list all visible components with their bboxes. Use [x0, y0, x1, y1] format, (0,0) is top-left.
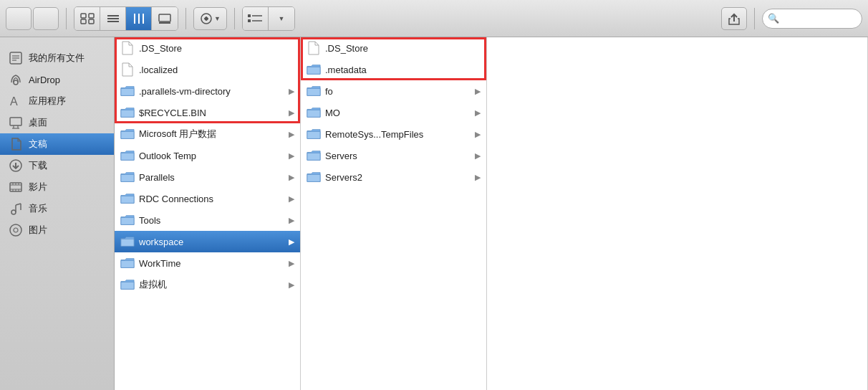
file-item-microsoft[interactable]: Microsoft 用户数据▶	[115, 123, 300, 145]
file-item-workspace[interactable]: workspace▶	[115, 231, 300, 252]
fo-name: fo	[325, 86, 471, 97]
rdc-chevron: ▶	[289, 194, 294, 204]
sidebar-item-airdrop[interactable]: AirDrop	[0, 69, 114, 90]
file-item-parallels[interactable]: .parallels-vm-directory▶	[115, 80, 300, 102]
parallels2-icon	[120, 170, 135, 184]
servers2-icon	[307, 170, 321, 184]
ds-store-1-name: .DS_Store	[139, 43, 294, 54]
sidebar-item-music[interactable]: 音乐	[0, 198, 114, 219]
parallels-icon	[120, 84, 135, 98]
documents-icon	[9, 137, 23, 151]
share-button[interactable]	[721, 7, 747, 30]
file-item-outlook[interactable]: Outlook Temp▶	[115, 145, 300, 166]
sidebar-item-documents[interactable]: 文稿	[0, 133, 114, 155]
svg-rect-27	[10, 118, 21, 125]
ds-store-2-name: .DS_Store	[325, 43, 481, 54]
arrange-group: ▼	[242, 6, 295, 31]
vm-icon	[120, 277, 135, 292]
sidebar-item-pictures[interactable]: 图片	[0, 219, 114, 241]
localized-icon	[120, 62, 135, 77]
worktime-icon	[120, 256, 135, 270]
sidebar-item-label-apps: 应用程序	[29, 95, 66, 108]
servers-icon	[307, 148, 321, 163]
nav-buttons	[6, 7, 59, 30]
localized-name: .localized	[139, 65, 294, 75]
file-item-parallels2[interactable]: Parallels▶	[115, 166, 300, 188]
arrange-arrow[interactable]: ▼	[269, 7, 294, 30]
view-column-button[interactable]	[126, 7, 152, 30]
recycle-name: $RECYCLE.BIN	[139, 108, 284, 118]
mo-icon	[307, 105, 321, 120]
sidebar-item-all-files[interactable]: 我的所有文件	[0, 47, 114, 69]
servers2-name: Servers2	[325, 172, 471, 183]
apps-icon: A	[9, 94, 23, 108]
svg-line-44	[16, 204, 21, 205]
sidebar-item-label-music: 音乐	[29, 202, 47, 215]
file-item-servers[interactable]: Servers▶	[301, 145, 486, 166]
search-wrapper: 🔍	[762, 9, 862, 29]
mo-name: MO	[325, 108, 471, 118]
remotesys-chevron: ▶	[475, 130, 481, 139]
svg-rect-1	[89, 14, 94, 18]
workspace-chevron: ▶	[289, 237, 294, 247]
sidebar-item-label-airdrop: AirDrop	[29, 75, 60, 85]
all-files-icon	[9, 51, 23, 65]
sidebar-item-label-all-files: 我的所有文件	[29, 52, 85, 65]
file-item-rdc[interactable]: RDC Connections▶	[115, 188, 300, 209]
sidebar-item-label-desktop: 桌面	[29, 116, 47, 129]
pictures-icon	[9, 223, 23, 237]
file-item-remotesys[interactable]: RemoteSys...TempFiles▶	[301, 123, 486, 145]
desktop-icon	[9, 115, 23, 130]
outlook-chevron: ▶	[289, 151, 294, 161]
sidebar-item-desktop[interactable]: 桌面	[0, 112, 114, 133]
file-item-ds-store-1[interactable]: .DS_Store	[115, 37, 300, 59]
microsoft-icon	[120, 127, 135, 141]
back-button[interactable]	[6, 7, 32, 30]
sidebar-item-movies[interactable]: 影片	[0, 176, 114, 198]
sidebar: 我的所有文件AirDropA应用程序桌面文稿下载影片音乐图片	[0, 37, 115, 390]
svg-point-47	[14, 228, 18, 232]
content-area: .DS_Store.localized.parallels-vm-directo…	[115, 37, 868, 390]
file-item-servers2[interactable]: Servers2▶	[301, 166, 486, 188]
rdc-name: RDC Connections	[139, 194, 284, 204]
action-arrow: ▼	[214, 15, 221, 22]
file-item-mo[interactable]: MO▶	[301, 102, 486, 123]
view-icon-button[interactable]	[74, 7, 100, 30]
view-list-button[interactable]	[100, 7, 126, 30]
svg-rect-16	[248, 14, 251, 17]
file-item-localized[interactable]: .localized	[115, 59, 300, 80]
separator-4	[754, 8, 755, 29]
worktime-name: WorkTime	[139, 258, 284, 269]
file-item-tools[interactable]: Tools▶	[115, 209, 300, 231]
sidebar-item-apps[interactable]: A应用程序	[0, 90, 114, 112]
svg-point-46	[10, 224, 21, 236]
file-item-vm[interactable]: 虚拟机▶	[115, 274, 300, 295]
remotesys-icon	[307, 127, 321, 141]
forward-button[interactable]	[33, 7, 59, 30]
action-button[interactable]: ▼	[193, 7, 227, 30]
file-item-ds-store-2[interactable]: .DS_Store	[301, 37, 486, 59]
parallels-chevron: ▶	[289, 87, 294, 96]
sidebar-item-label-pictures: 图片	[29, 224, 47, 237]
file-item-fo[interactable]: fo▶	[301, 80, 486, 102]
svg-rect-2	[81, 19, 86, 24]
parallels2-name: Parallels	[139, 172, 284, 183]
file-item-metadata[interactable]: .metadata	[301, 59, 486, 80]
view-cover-button[interactable]	[152, 7, 178, 30]
tools-chevron: ▶	[289, 216, 294, 225]
file-item-recycle[interactable]: $RECYCLE.BIN▶	[115, 102, 300, 123]
vm-name: 虚拟机	[139, 278, 284, 291]
rdc-icon	[120, 191, 135, 206]
file-item-worktime[interactable]: WorkTime▶	[115, 252, 300, 274]
metadata-icon	[307, 62, 321, 77]
sidebar-item-label-downloads: 下载	[29, 159, 47, 172]
svg-text:A: A	[10, 95, 18, 108]
arrange-button[interactable]	[243, 7, 269, 30]
toolbar: ▼ ▼ 🔍	[0, 0, 868, 37]
sidebar-item-downloads[interactable]: 下载	[0, 155, 114, 176]
svg-rect-0	[81, 14, 86, 18]
ds-store-1-icon	[120, 41, 135, 55]
outlook-name: Outlook Temp	[139, 151, 284, 161]
svg-point-42	[11, 210, 16, 214]
parallels-name: .parallels-vm-directory	[139, 86, 284, 97]
